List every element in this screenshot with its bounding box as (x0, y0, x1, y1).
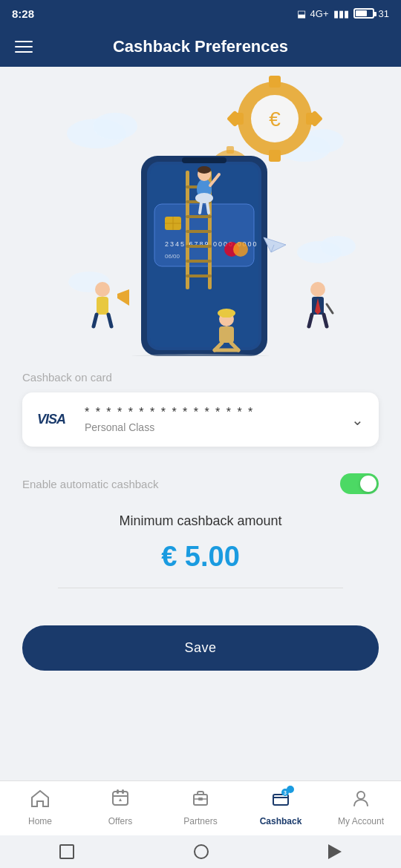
svg-point-80 (357, 792, 365, 799)
svg-line-55 (94, 315, 97, 326)
svg-rect-61 (221, 312, 232, 318)
home-icon (30, 789, 50, 813)
card-section-label: Cashback on card (22, 371, 379, 384)
myaccount-icon (351, 789, 371, 813)
amount-decimal: 5.00 (185, 541, 240, 572)
svg-line-56 (108, 315, 111, 326)
nav-offers-label: Offers (108, 816, 132, 826)
svg-line-50 (207, 203, 209, 213)
battery-level: 31 (379, 8, 389, 19)
hero-illustration: € (0, 67, 401, 364)
android-recent-button[interactable] (59, 844, 74, 859)
svg-point-5 (320, 236, 356, 257)
amount-section: Minimum cashback amount € 5.00 (0, 506, 401, 618)
card-info: * * * * * * * * * * * * * * * * Personal… (85, 406, 339, 433)
svg-point-46 (198, 166, 211, 174)
card-type: Personal Class (85, 421, 339, 433)
status-time: 8:28 (12, 7, 34, 20)
status-icons: ⬓ 4G+ ▮▮▮ 31 (297, 8, 389, 19)
nav-myaccount[interactable]: My Account (331, 789, 391, 826)
svg-rect-40 (186, 230, 212, 233)
partners-icon (190, 789, 211, 813)
svg-line-69 (324, 315, 327, 326)
nav-myaccount-label: My Account (338, 816, 384, 826)
svg-marker-57 (117, 289, 129, 306)
nav-cashback[interactable]: 3 Cashback (251, 789, 310, 826)
svg-line-70 (327, 304, 333, 313)
svg-point-53 (95, 282, 110, 297)
amount-divider (58, 588, 343, 588)
svg-rect-77 (198, 798, 203, 800)
svg-line-68 (309, 315, 312, 326)
svg-rect-41 (186, 245, 212, 248)
bluetooth-icon: ⬓ (297, 8, 306, 19)
card-number: * * * * * * * * * * * * * * * * (85, 406, 339, 419)
svg-point-65 (310, 282, 325, 297)
svg-line-49 (200, 203, 201, 213)
svg-point-34 (233, 242, 248, 257)
svg-rect-39 (186, 215, 212, 218)
bottom-nav: Home Offers Partners (0, 780, 401, 835)
nav-home[interactable]: Home (10, 789, 70, 826)
toggle-section: Enable automatic cashback (0, 461, 401, 506)
svg-rect-54 (97, 297, 108, 315)
main-content: € (0, 67, 401, 780)
cashback-toggle[interactable] (340, 473, 379, 494)
toggle-knob (360, 476, 376, 492)
svg-rect-10 (269, 76, 281, 88)
svg-point-47 (195, 193, 213, 203)
android-home-button[interactable] (194, 844, 209, 859)
nav-cashback-label: Cashback (260, 816, 302, 826)
offers-icon (110, 789, 131, 813)
menu-button[interactable] (15, 41, 33, 53)
android-back-button[interactable] (328, 844, 342, 859)
battery-icon (353, 8, 374, 19)
currency-symbol: € (161, 541, 177, 572)
card-selector[interactable]: VISA * * * * * * * * * * * * * * * * Per… (22, 392, 379, 447)
svg-rect-42 (186, 260, 212, 263)
chevron-down-icon: ⌄ (351, 411, 364, 429)
svg-rect-73 (117, 789, 119, 794)
cashback-icon: 3 (270, 789, 291, 813)
toggle-label: Enable automatic cashback (22, 478, 158, 490)
svg-rect-59 (219, 326, 234, 343)
svg-text:€: € (269, 108, 281, 131)
card-section: Cashback on card VISA * * * * * * * * * … (0, 364, 401, 461)
android-nav-bar (0, 835, 401, 868)
nav-partners-label: Partners (183, 816, 217, 826)
app-header: Cashback Preferences (0, 27, 401, 67)
svg-point-71 (111, 354, 290, 356)
save-section: Save (0, 618, 401, 693)
svg-rect-11 (269, 150, 281, 162)
page-title: Cashback Preferences (45, 37, 356, 56)
status-bar: 8:28 ⬓ 4G+ ▮▮▮ 31 (0, 0, 401, 27)
signal-bars: ▮▮▮ (333, 8, 349, 19)
save-button[interactable]: Save (22, 625, 379, 671)
svg-rect-18 (226, 146, 234, 154)
nav-home-label: Home (28, 816, 52, 826)
nav-partners[interactable]: Partners (171, 789, 230, 826)
visa-logo: VISA (37, 412, 73, 427)
amount-title: Minimum cashback amount (22, 513, 379, 529)
svg-rect-43 (186, 274, 212, 277)
signal-icon: 4G+ (310, 8, 329, 19)
svg-rect-74 (122, 789, 124, 794)
svg-text:06/00: 06/00 (165, 253, 180, 260)
amount-value: € 5.00 (22, 541, 379, 573)
svg-text:3: 3 (284, 790, 287, 795)
svg-point-1 (93, 113, 137, 139)
nav-offers[interactable]: Offers (91, 789, 150, 826)
svg-rect-24 (182, 157, 226, 163)
